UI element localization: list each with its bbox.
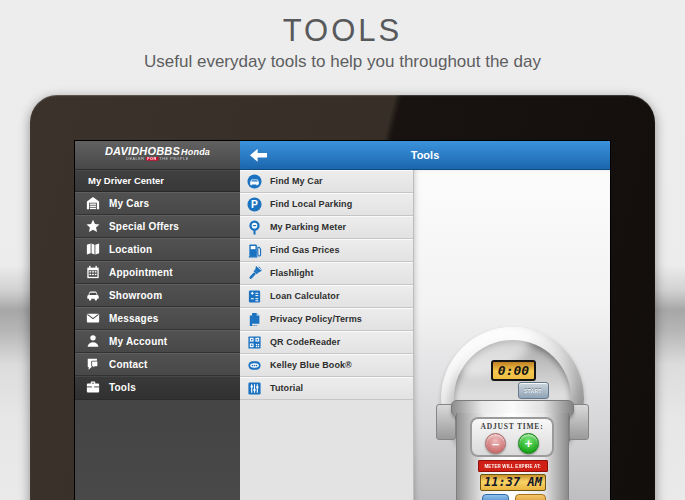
calculator-icon <box>246 288 262 304</box>
garage-icon <box>85 196 100 211</box>
sidebar-item-tools[interactable]: Tools <box>75 376 240 399</box>
sidebar-item-special-offers[interactable]: Special Offers <box>75 215 240 238</box>
meter-blue-button[interactable] <box>482 494 509 500</box>
tool-item-privacy-policy[interactable]: Privacy Policy/Terms <box>240 308 413 331</box>
star-icon <box>85 219 100 234</box>
gas-pump-icon <box>246 242 262 258</box>
sidebar: DAVIDHOBBSHonda DEALERFORTHE PEOPLE My D… <box>75 141 240 500</box>
expire-time-display: 11:37 AM <box>480 474 546 491</box>
tool-item-kelley-blue-book[interactable]: Kelley Blue Book® <box>240 354 413 377</box>
tool-item-loan-calculator[interactable]: Loan Calculator <box>240 285 413 308</box>
sidebar-item-messages[interactable]: Messages <box>75 307 240 330</box>
svg-text:P: P <box>251 199 258 210</box>
adjust-time-panel: ADJUST TIME: – + <box>470 417 554 457</box>
sidebar-item-my-cars[interactable]: My Cars <box>75 192 240 215</box>
qr-code-icon <box>246 334 262 350</box>
envelope-icon <box>85 311 100 326</box>
find-my-car-icon <box>246 173 262 189</box>
tool-item-find-local-parking[interactable]: P Find Local Parking <box>240 193 413 216</box>
sidebar-item-my-account[interactable]: My Account <box>75 330 240 353</box>
tablet-device: DAVIDHOBBSHonda DEALERFORTHE PEOPLE My D… <box>30 95 655 500</box>
adjust-time-label: ADJUST TIME: <box>472 422 552 431</box>
tool-item-find-gas-prices[interactable]: Find Gas Prices <box>240 239 413 262</box>
document-icon <box>246 311 262 327</box>
contact-card-icon <box>85 357 100 372</box>
parking-meter-panel: 0:00 START ADJUST TIME: – + <box>413 170 610 500</box>
meter-plus-button[interactable]: + <box>518 433 539 454</box>
main-content: Tools Find My Car P Find Local Parking M… <box>240 141 610 500</box>
meter-start-button[interactable]: START <box>518 382 549 399</box>
map-icon <box>85 242 100 257</box>
tool-item-tutorial[interactable]: Tutorial <box>240 377 413 400</box>
hero-header: TOOLS Useful everyday tools to help you … <box>0 0 685 72</box>
app-screen: DAVIDHOBBSHonda DEALERFORTHE PEOPLE My D… <box>75 141 610 500</box>
tools-toolbar: Tools <box>240 141 610 170</box>
tools-list: Find My Car P Find Local Parking My Park… <box>240 170 413 500</box>
page-subtitle: Useful everyday tools to help you throug… <box>0 52 685 72</box>
sliders-icon <box>246 380 262 396</box>
parking-meter-icon <box>246 219 262 235</box>
dealer-logo: DAVIDHOBBSHonda DEALERFORTHE PEOPLE <box>75 141 240 170</box>
sidebar-item-appointment[interactable]: Appointment <box>75 261 240 284</box>
tool-item-qr-codereader[interactable]: QR CodeReader <box>240 331 413 354</box>
tool-item-my-parking-meter[interactable]: My Parking Meter <box>240 216 413 239</box>
sidebar-item-contact[interactable]: Contact <box>75 353 240 376</box>
dealer-tagline: DEALERFORTHE PEOPLE <box>106 157 208 161</box>
sidebar-item-showroom[interactable]: Showroom <box>75 284 240 307</box>
page-title: TOOLS <box>0 13 685 49</box>
expire-banner: METER WILL EXPIRE AT: <box>478 460 548 472</box>
car-icon <box>85 288 100 303</box>
sidebar-section-header: My Driver Center <box>75 170 240 192</box>
flashlight-icon <box>246 265 262 281</box>
blue-book-icon <box>246 357 262 373</box>
meter-time-display: 0:00 <box>491 360 536 381</box>
tool-item-find-my-car[interactable]: Find My Car <box>240 170 413 193</box>
meter-orange-button[interactable] <box>515 494 546 500</box>
content-body: Find My Car P Find Local Parking My Park… <box>240 170 610 500</box>
parking-meter-graphic: 0:00 START ADJUST TIME: – + <box>414 170 610 500</box>
sidebar-item-location[interactable]: Location <box>75 238 240 261</box>
tool-item-flashlight[interactable]: Flashlight <box>240 262 413 285</box>
calendar-icon <box>85 265 100 280</box>
toolbar-title: Tools <box>240 149 610 161</box>
briefcase-icon <box>85 380 100 395</box>
parking-icon: P <box>246 196 262 212</box>
sidebar-footer <box>75 399 240 500</box>
dealer-logo-text: DAVIDHOBBSHonda <box>75 145 240 157</box>
person-icon <box>85 334 100 349</box>
meter-minus-button[interactable]: – <box>485 433 506 454</box>
